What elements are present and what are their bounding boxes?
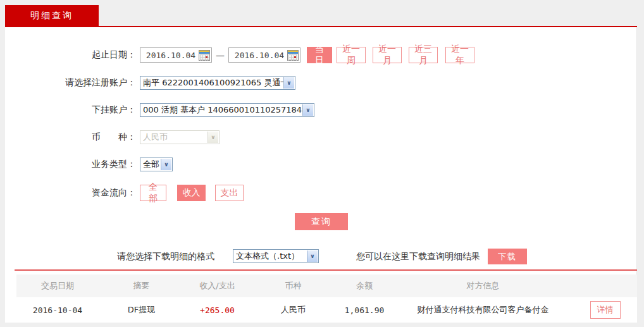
tab-detail-query[interactable]: 明细查询 (5, 5, 99, 27)
header-trade-date: 交易日期 (16, 280, 99, 292)
query-button[interactable]: 查询 (295, 213, 348, 230)
currency-label: 币 种： (5, 132, 136, 143)
cell-counterparty: 财付通支付科技有限公司客户备付金 (393, 304, 573, 316)
business-type-row: 业务类型： 全部 ∨ (5, 157, 636, 172)
date-range-row: 起止日期： 2016.10.04 — 2016.10.04 当日 近一周 近一月… (5, 47, 636, 63)
download-hint-text: 您可以在这里下载查询明细结果 (356, 251, 480, 262)
cell-balance: 1,061.90 (336, 305, 393, 315)
quick-range-week-button[interactable]: 近一周 (337, 47, 366, 63)
register-account-select[interactable]: 南平 6222001406100921065 灵通卡 ∨ (140, 76, 295, 90)
register-account-label: 请选择注册账户： (5, 77, 136, 89)
date-from-input[interactable]: 2016.10.04 (140, 47, 212, 63)
detail-button[interactable]: 详情 (590, 301, 621, 319)
date-range-label: 起止日期： (5, 49, 136, 61)
date-range-dash: — (216, 50, 225, 60)
chevron-down-icon: ∨ (302, 104, 313, 116)
fund-flow-label: 资金流向： (5, 187, 136, 199)
table-top-divider (15, 269, 637, 271)
chevron-down-icon: ∨ (283, 77, 294, 89)
download-format-value: 文本格式（.txt） (233, 250, 318, 262)
quick-range-year-button[interactable]: 近一年 (445, 47, 474, 63)
page: 明细查询 起止日期： 2016.10.04 — 2016.10.04 当日 近一… (0, 0, 644, 327)
header-amount: 收入/支出 (184, 280, 251, 292)
business-type-select[interactable]: 全部 ∨ (140, 157, 173, 171)
sub-account-label: 下挂账户： (5, 104, 136, 116)
download-format-label: 请您选择下载明细的格式 (117, 251, 214, 262)
date-to-input[interactable]: 2016.10.04 (228, 47, 300, 63)
sub-account-row: 下挂账户： 000 活期 基本户 1406600101102571848 ∨ (5, 102, 636, 118)
cell-summary: DF提现 (99, 304, 184, 316)
register-account-row: 请选择注册账户： 南平 6222001406100921065 灵通卡 ∨ (5, 75, 636, 90)
content-panel: 起止日期： 2016.10.04 — 2016.10.04 当日 近一周 近一月… (5, 27, 637, 323)
table-row: 2016-10-04 DF提现 +265.00 人民币 1,061.90 财付通… (16, 297, 637, 323)
fund-flow-row: 资金流向： 全部 收入 支出 (5, 185, 636, 201)
download-format-select[interactable]: 文本格式（.txt） ∨ (233, 249, 319, 263)
cell-currency: 人民币 (251, 304, 336, 316)
header-summary: 摘要 (99, 280, 184, 292)
fund-flow-all-button[interactable]: 全部 (140, 185, 166, 201)
register-account-value: 南平 6222001406100921065 灵通卡 (140, 77, 295, 89)
cell-trade-date: 2016-10-04 (16, 305, 99, 315)
header-currency: 币种 (251, 280, 336, 292)
header-balance: 余额 (336, 280, 393, 292)
quick-range-month-button[interactable]: 近一月 (373, 47, 402, 63)
table-header-row: 交易日期 摘要 收入/支出 币种 余额 对方信息 (16, 275, 637, 297)
business-type-label: 业务类型： (5, 159, 136, 170)
currency-select: 人民币 ∨ (140, 130, 220, 144)
chevron-down-icon: ∨ (161, 159, 171, 170)
quick-range-quarter-button[interactable]: 近三月 (409, 47, 438, 63)
sub-account-select[interactable]: 000 活期 基本户 1406600101102571848 ∨ (140, 103, 314, 117)
calendar-icon[interactable] (199, 50, 210, 61)
cell-action: 详情 (573, 301, 637, 319)
chevron-down-icon: ∨ (307, 250, 318, 262)
cell-amount: +265.00 (184, 305, 251, 315)
fund-flow-expense-button[interactable]: 支出 (215, 185, 244, 201)
download-button[interactable]: 下载 (488, 249, 527, 264)
currency-row: 币 种： 人民币 ∨ (5, 130, 636, 145)
header-counterparty: 对方信息 (393, 280, 573, 292)
calendar-icon[interactable] (287, 50, 299, 61)
sub-account-value: 000 活期 基本户 1406600101102571848 (140, 104, 314, 116)
chevron-down-icon: ∨ (207, 132, 218, 143)
quick-range-today-button[interactable]: 当日 (307, 47, 332, 63)
fund-flow-income-button[interactable]: 收入 (177, 185, 206, 201)
